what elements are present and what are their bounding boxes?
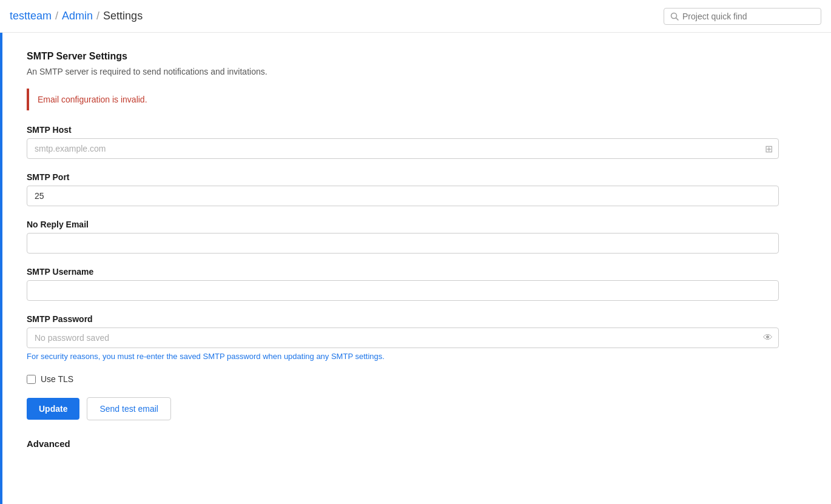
smtp-username-input[interactable] [27,280,779,301]
send-test-email-button[interactable]: Send test email [87,397,171,420]
smtp-section-desc: An SMTP server is required to send notif… [27,67,779,76]
breadcrumb-current-page: Settings [103,10,143,22]
search-input[interactable] [682,12,815,21]
advanced-section: Advanced [27,438,779,449]
smtp-password-input[interactable] [27,328,779,348]
main-content: SMTP Server Settings An SMTP server is r… [2,33,803,504]
top-bar: testteam / Admin / Settings [0,0,831,33]
use-tls-label[interactable]: Use TLS [41,374,73,384]
no-reply-email-input[interactable] [27,233,779,254]
smtp-port-input[interactable] [27,186,779,206]
use-tls-checkbox[interactable] [27,375,36,384]
search-icon [670,12,679,21]
smtp-host-input[interactable] [27,138,779,159]
breadcrumb-team-link[interactable]: testteam [10,10,52,22]
smtp-password-icon: 👁 [763,332,773,343]
smtp-host-label: SMTP Host [27,125,779,135]
project-search-box[interactable] [664,8,821,25]
smtp-username-group: SMTP Username [27,267,779,301]
advanced-title: Advanced [27,438,70,449]
security-hint: For security reasons, you must re-enter … [27,352,779,361]
smtp-host-icon: ⊞ [765,143,773,155]
smtp-password-group: SMTP Password 👁 For security reasons, yo… [27,314,779,361]
smtp-port-label: SMTP Port [27,172,779,182]
no-reply-email-group: No Reply Email [27,220,779,254]
breadcrumb: testteam / Admin / Settings [10,10,143,22]
update-button[interactable]: Update [27,398,79,420]
use-tls-row: Use TLS [27,374,779,384]
svg-line-1 [676,18,679,20]
breadcrumb-admin-link[interactable]: Admin [62,10,93,22]
smtp-host-input-wrapper: ⊞ [27,138,779,159]
smtp-password-label: SMTP Password [27,314,779,324]
smtp-port-group: SMTP Port [27,172,779,206]
no-reply-email-label: No Reply Email [27,220,779,229]
breadcrumb-sep-1: / [55,10,58,22]
error-message: Email configuration is invalid. [38,95,147,104]
error-alert: Email configuration is invalid. [27,89,779,110]
smtp-password-input-wrapper: 👁 [27,328,779,348]
action-buttons: Update Send test email [27,397,779,420]
smtp-host-group: SMTP Host ⊞ [27,125,779,159]
smtp-section-title: SMTP Server Settings [27,51,779,62]
breadcrumb-sep-2: / [96,10,99,22]
smtp-username-label: SMTP Username [27,267,779,277]
